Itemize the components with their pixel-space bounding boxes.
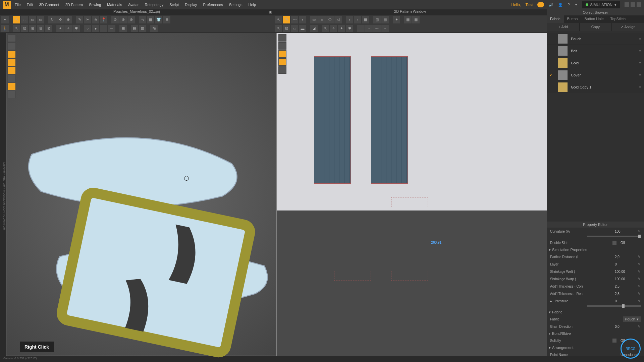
tool2d-r2-5-icon[interactable]: ◢ [310,25,318,32]
prop-value[interactable]: 0,0 [615,325,635,328]
edit-icon[interactable]: ✎ [638,255,641,259]
add-button[interactable]: Add [547,23,579,31]
tool-r2-5-icon[interactable]: ⊠ [45,25,52,32]
menu-edit[interactable]: Edit [27,3,33,7]
pattern-piece-1[interactable] [314,56,351,184]
user-icon[interactable]: 👤 [558,3,563,7]
tool-r2-10-icon[interactable]: ● [92,25,99,32]
edit-icon[interactable]: ✎ [638,269,641,274]
pattern-piece-2[interactable] [371,56,408,184]
prop-shrink-warp[interactable]: Shrinkage Warp ( 100,00 ✎ [547,275,644,283]
tool-r2-11-icon[interactable]: — [100,25,107,32]
menu-file[interactable]: File [15,3,21,7]
menu-help[interactable]: Help [248,3,256,7]
section-bond[interactable]: ▸Bond/Skive [547,330,644,337]
slider-thumb[interactable] [638,235,641,238]
tool-r2-9-icon[interactable]: ○ [84,25,91,32]
help-icon[interactable]: ? [568,3,570,7]
vp-light-icon[interactable] [8,59,16,66]
slider-thumb[interactable] [622,304,625,308]
tool-fold-icon[interactable]: ▦ [147,16,154,23]
copy-button[interactable]: Copy [579,23,612,31]
prop-value[interactable]: 2,0 [615,255,635,259]
tool-r2-2-icon[interactable]: ⊡ [21,25,28,32]
notify-icon[interactable]: ✦ [575,3,578,7]
prop-value[interactable]: 2,5 [615,292,635,296]
cloud-icon[interactable] [537,2,544,7]
vp-shirt-icon[interactable] [8,43,16,50]
pattern-outline-2[interactable] [334,271,371,281]
viewport-3d[interactable]: Right Click [6,33,277,356]
prop-thickness-ren[interactable]: Add'l Thickness - Ren 2,5 ✎ [547,290,644,297]
section-simulation[interactable]: ▾Simulation Properties [547,246,644,253]
vp2-info-icon[interactable] [278,50,286,58]
vp-texture-icon[interactable] [8,35,16,42]
pressure-slider[interactable] [587,305,641,307]
edit-icon[interactable]: ✎ [638,324,641,329]
edit-icon[interactable]: ✎ [638,299,641,303]
tool2d-curve-icon[interactable]: 〰 [291,16,298,23]
tool-arrow-icon[interactable]: ↖ [13,16,20,23]
tool-move-icon[interactable]: ↔ [21,16,28,23]
tool-r2-14-icon[interactable]: ▤ [131,25,138,32]
minimize-button[interactable] [625,2,629,7]
edit-icon[interactable]: ✎ [638,284,641,289]
prop-value[interactable]: 0 [615,262,635,266]
fabric-menu-icon[interactable]: ≡ [639,73,641,77]
vp-avatar-icon[interactable] [8,51,16,58]
tool2d-r2-12-icon[interactable]: 〰 [373,25,381,32]
tool-r2-3-icon[interactable]: ⊞ [29,25,36,32]
tool2d-r2-6-icon[interactable]: ↖ [322,25,329,32]
tool-pin-icon[interactable]: 📍 [100,16,107,23]
tool-box-icon[interactable]: ▭ [29,16,36,23]
maximize-button[interactable] [631,2,635,7]
tool-r2-7-icon[interactable]: ✧ [64,25,72,32]
fabric-row-pouch[interactable]: Pouch ≡ [547,33,644,45]
tool2d-rect-icon[interactable]: ▭ [310,16,318,23]
vp-fabric-icon[interactable] [8,67,16,74]
fabric-dropdown[interactable]: Pouch▾ [623,316,641,322]
tool-r2-6-icon[interactable]: ✦ [56,25,64,32]
edit-icon[interactable]: ✎ [638,262,641,266]
fabric-menu-icon[interactable]: ≡ [639,37,641,41]
menu-sewing[interactable]: Sewing [89,3,101,7]
fabric-menu-icon[interactable]: ≡ [639,49,641,53]
tool-avatar-icon[interactable]: 👕 [155,16,162,23]
tool-r2-15-icon[interactable]: ▥ [139,25,146,32]
tool2d-r2-9-icon[interactable]: ✱ [346,25,353,32]
tab-button[interactable]: Button [564,15,581,23]
tool2d-r2-8-icon[interactable]: ✦ [338,25,345,32]
menu-retopology[interactable]: Retopology [145,3,164,7]
tool-tack-icon[interactable]: ⊙ [111,16,119,23]
vp2-grid-icon[interactable] [278,66,286,74]
tab-2d-window[interactable]: 2D Pattern Window [273,9,547,15]
edit-icon[interactable]: ✎ [638,229,641,234]
fabric-menu-icon[interactable]: ≡ [639,85,641,89]
vp2-note-icon[interactable] [278,58,286,66]
tool2d-fill2-icon[interactable]: ▫ [354,16,361,23]
prop-particle-distance[interactable]: Particle Distance (i 2,0 ✎ [547,253,644,260]
tool-mirror-icon[interactable]: ⇋ [139,16,146,23]
tool-pen-icon[interactable]: ✎ [76,16,83,23]
tool-select-icon[interactable]: ▾ [1,16,9,23]
tool2d-r2-3-icon[interactable]: ▭ [291,25,298,32]
tool2d-layer-icon[interactable]: ▦ [362,16,369,23]
prop-pressure[interactable]: ▸ Pressure 0 ✎ [547,297,644,305]
menu-2d-pattern[interactable]: 2D Pattern [65,3,83,7]
tool2d-r2-13-icon[interactable]: ≈ [381,25,389,32]
menu-script[interactable]: Script [169,3,179,7]
tool2d-dart-icon[interactable]: ◁ [334,16,342,23]
tool-r2-16-icon[interactable]: ↹ [150,25,158,32]
tool2d-grid2-icon[interactable]: ▤ [381,16,389,23]
sound-icon[interactable]: 🔊 [549,3,553,7]
simulation-button[interactable]: SIMULATION ▾ [582,1,620,8]
tool2d-r2-7-icon[interactable]: ✧ [330,25,337,32]
fabric-row-gold[interactable]: Gold ≡ [547,57,644,69]
tool2d-star-icon[interactable]: ✦ [393,16,400,23]
tool2d-pen-icon[interactable]: ✎ [283,16,290,23]
tab-fabric[interactable]: Fabric [547,15,564,23]
tool-lasso-icon[interactable]: ▭ [37,16,44,23]
viewport-2d[interactable]: 260,91 [277,33,547,356]
left-rail[interactable]: LIBRARY HISTORY MODULAR CONFIGURATOR [0,33,6,356]
checkbox[interactable] [612,241,616,245]
